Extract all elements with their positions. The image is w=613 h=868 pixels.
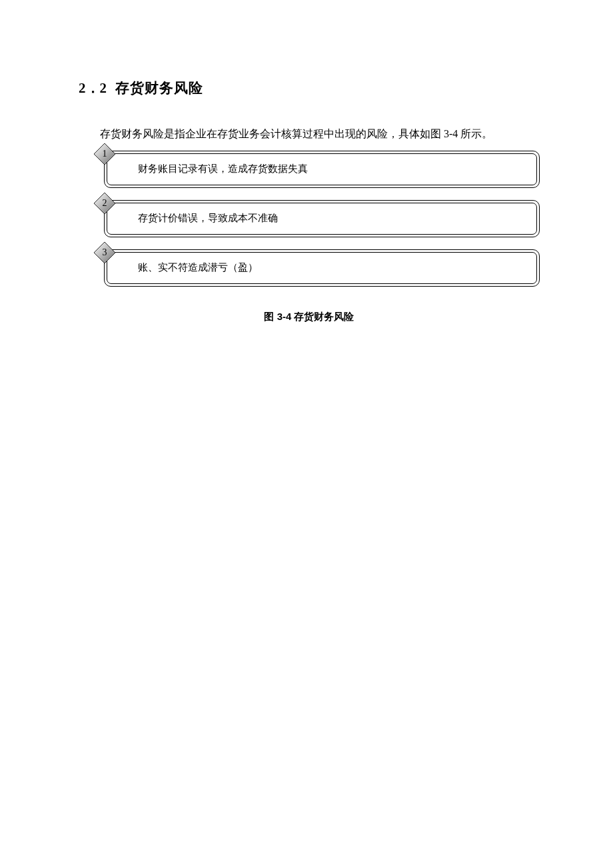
risk-number: 1 (103, 149, 107, 159)
diamond-badge: 3 (93, 241, 116, 264)
diamond-badge: 1 (93, 143, 116, 165)
risk-diagram: 1 财务账目记录有误，造成存货数据失真 2 存货计价错误，导致成本不准确 (95, 151, 540, 287)
risk-item: 1 财务账目记录有误，造成存货数据失真 (95, 151, 540, 188)
risk-text: 财务账目记录有误，造成存货数据失真 (138, 163, 308, 175)
risk-text: 账、实不符造成潜亏（盈） (138, 261, 258, 274)
risk-box: 存货计价错误，导致成本不准确 (104, 200, 540, 237)
risk-item: 2 存货计价错误，导致成本不准确 (95, 200, 540, 237)
risk-item: 3 账、实不符造成潜亏（盈） (95, 249, 540, 287)
risk-number: 3 (103, 247, 107, 258)
risk-text: 存货计价错误，导致成本不准确 (138, 212, 278, 225)
risk-box: 财务账目记录有误，造成存货数据失真 (104, 151, 540, 188)
risk-box: 账、实不符造成潜亏（盈） (104, 249, 540, 287)
figure-caption: 图 3-4 存货财务风险 (79, 311, 540, 323)
diamond-badge: 2 (93, 192, 116, 215)
intro-paragraph: 存货财务风险是指企业在存货业务会计核算过程中出现的风险，具体如图 3-4 所示。 (79, 125, 540, 143)
risk-number: 2 (103, 198, 107, 209)
section-title: 存货财务风险 (115, 80, 203, 95)
section-heading: 2．2 存货财务风险 (79, 79, 540, 97)
section-number: 2．2 (79, 80, 107, 96)
